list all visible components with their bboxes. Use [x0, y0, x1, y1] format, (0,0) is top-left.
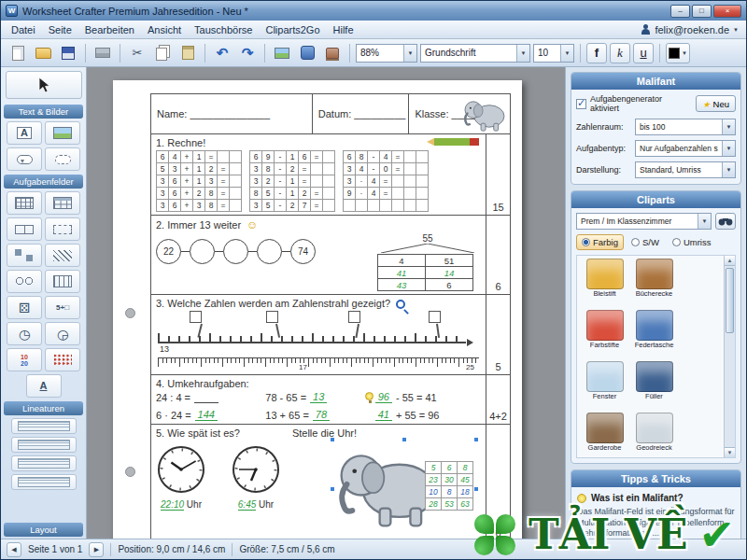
malifant-cell[interactable]: 53	[442, 498, 458, 511]
grid-cell[interactable]	[416, 175, 429, 188]
grid-cell[interactable]	[323, 175, 335, 188]
redo-icon[interactable]: ↷	[236, 42, 259, 64]
clipart-item[interactable]: Fenster	[580, 361, 629, 409]
dot-field-icon[interactable]	[45, 348, 80, 371]
equation[interactable]: 41+ 55 = 96	[375, 409, 481, 421]
canvas[interactable]: Name: ______________ Datum: _________ Kl…	[87, 67, 565, 539]
task-3[interactable]: 3. Welche Zahlen werden am Zahlenstrahl …	[151, 294, 510, 374]
grid-cell[interactable]: =	[299, 175, 311, 188]
grid-cell[interactable]	[404, 175, 416, 188]
grid-cell[interactable]: 0	[380, 163, 392, 175]
grid-cell[interactable]: 1	[287, 175, 299, 188]
grid-cell[interactable]: 5	[262, 200, 275, 212]
selection-handle[interactable]	[330, 486, 335, 492]
grid-cell[interactable]: 2	[287, 200, 299, 212]
menu-item-tauschbrse[interactable]: Tauschbörse	[188, 22, 259, 37]
triangle-cell[interactable]: 14	[425, 266, 473, 279]
grid-cell[interactable]: 1	[193, 163, 205, 175]
malifant-triangle[interactable]: 55 4514114436	[378, 233, 477, 291]
grid-cell[interactable]: =	[392, 163, 404, 175]
grid-cell[interactable]: 4	[368, 188, 380, 200]
grid-cell[interactable]	[404, 163, 416, 175]
number-circle[interactable]	[257, 239, 282, 264]
previous-page-button[interactable]: ◀	[7, 542, 21, 557]
malifant-cell[interactable]: 5	[426, 462, 442, 474]
lineatur-1-icon[interactable]	[11, 418, 77, 434]
next-page-button[interactable]: ▶	[89, 542, 104, 557]
grid-cell[interactable]: -	[275, 175, 287, 188]
scroll-down-icon[interactable]: ▼	[725, 447, 735, 457]
speech-bubble-icon[interactable]	[7, 147, 42, 171]
font-select[interactable]: Grundschrift	[420, 44, 530, 63]
grid-cell[interactable]: =	[380, 175, 392, 188]
dice-field-icon[interactable]: ⚄	[7, 296, 42, 319]
tips-panel-header[interactable]: Tipps & Tricks	[571, 470, 740, 487]
grid-cell[interactable]: 1	[287, 188, 299, 200]
new-document-icon[interactable]	[7, 42, 29, 64]
domino-row-icon[interactable]	[45, 217, 80, 241]
grid-cell[interactable]: +	[181, 188, 193, 200]
grid-cell[interactable]: =	[218, 188, 230, 200]
malifant-cell[interactable]: 8	[458, 462, 473, 474]
malifant-cell[interactable]: 63	[458, 498, 473, 511]
menu-item-ansicht[interactable]: Ansicht	[141, 22, 188, 37]
grid-cell[interactable]: 6	[169, 175, 181, 188]
malifant-panel-header[interactable]: Malifant	[571, 73, 740, 90]
grid-cell[interactable]	[230, 200, 242, 212]
equation[interactable]: 78 - 65 =13	[265, 391, 371, 403]
grid-cell[interactable]: =	[218, 163, 230, 175]
answer-box[interactable]	[348, 311, 360, 323]
grid-cell[interactable]: 3	[157, 200, 169, 212]
task-1[interactable]: 1. Rechne! 64+1=53+12=36+13=36+28=36+38=…	[151, 133, 510, 215]
grid-cell[interactable]: 1	[193, 151, 205, 163]
grid-cell[interactable]: 3	[157, 188, 169, 200]
italic-button[interactable]: k	[610, 43, 630, 63]
selection-handle[interactable]	[402, 538, 407, 539]
grid-cell[interactable]: +	[181, 151, 193, 163]
number-circle[interactable]: 22	[156, 239, 181, 264]
grid-cell[interactable]: +	[181, 200, 193, 212]
grid-cell[interactable]	[311, 163, 323, 175]
grid-cell[interactable]: 7	[299, 200, 311, 212]
insert-image-icon[interactable]	[271, 42, 293, 64]
dropdown-arrow-icon[interactable]	[403, 45, 416, 62]
calc-grid[interactable]: 69-16=38-2=32-1=85-12=35-27=	[249, 150, 335, 212]
grid-cell[interactable]: 3	[205, 175, 218, 188]
number-circle[interactable]	[223, 239, 248, 264]
grid-cell[interactable]	[230, 163, 242, 175]
darstellung-select[interactable]: Standard, Umriss	[635, 161, 736, 178]
grid-cell[interactable]	[392, 200, 404, 212]
grid-cell[interactable]	[323, 151, 335, 163]
text-field-icon[interactable]: A	[7, 121, 42, 145]
clipart-mode-farbig[interactable]: Farbig	[576, 234, 624, 250]
grid-cell[interactable]: =	[311, 200, 323, 212]
undo-icon[interactable]: ↶	[211, 42, 233, 64]
malifant-cell[interactable]: 45	[458, 474, 473, 486]
grid-cell[interactable]	[416, 163, 429, 175]
grid-cell[interactable]: 4	[169, 151, 181, 163]
grid-cell[interactable]: 8	[262, 163, 275, 175]
triangle-cell[interactable]: 41	[377, 266, 426, 279]
grid-cell[interactable]	[368, 200, 380, 212]
grid-cell[interactable]: 3	[344, 175, 356, 188]
answer-field[interactable]: 41	[375, 409, 392, 421]
selection-handle[interactable]	[473, 437, 479, 442]
selection-handle[interactable]	[330, 437, 335, 442]
save-icon[interactable]	[57, 42, 79, 64]
clipart-item[interactable]: Füller	[629, 361, 679, 409]
grid-cell[interactable]	[230, 175, 242, 188]
scrollbar-thumb[interactable]	[726, 268, 734, 333]
grid-cell[interactable]: 1	[193, 175, 205, 188]
grid-cell[interactable]	[404, 151, 416, 163]
grid-cell[interactable]: 6	[157, 151, 169, 163]
grid-cell[interactable]: 6	[169, 188, 181, 200]
grid-cell[interactable]: 9	[344, 188, 356, 200]
connect-boxes-icon[interactable]	[7, 244, 42, 267]
answer-field[interactable]	[194, 393, 218, 403]
answer-box[interactable]	[429, 311, 441, 323]
triangle-cell[interactable]: 4	[377, 254, 426, 267]
menu-item-cliparts2go[interactable]: Cliparts2Go	[259, 22, 326, 37]
copy-icon[interactable]	[151, 42, 174, 64]
magnifier-clipart[interactable]	[396, 300, 405, 309]
answer-field[interactable]: 78	[313, 409, 330, 421]
